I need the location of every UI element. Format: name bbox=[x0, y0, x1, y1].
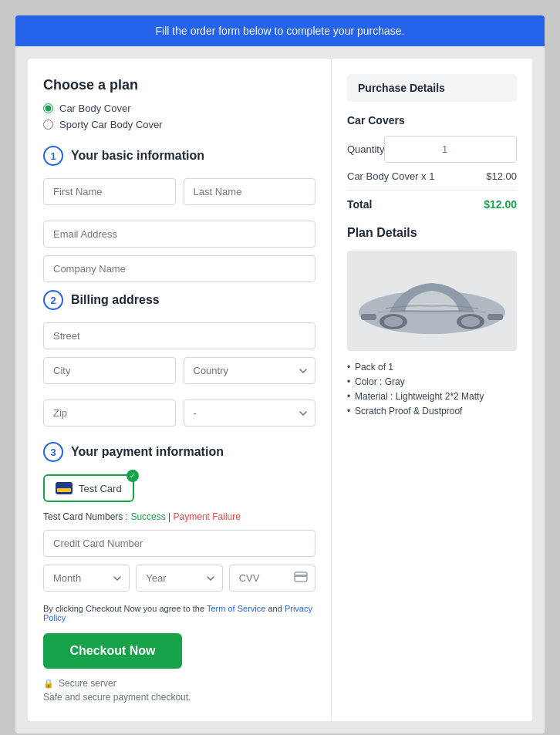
year-select[interactable]: Year bbox=[136, 565, 222, 592]
test-card-option[interactable]: Test Card ✓ bbox=[43, 474, 134, 502]
secure-label: Secure server bbox=[59, 678, 116, 689]
purchase-details-header: Purchase Details bbox=[347, 74, 517, 102]
credit-card-group bbox=[43, 530, 315, 557]
svg-point-8 bbox=[461, 316, 480, 327]
step2-title: Billing address bbox=[71, 293, 160, 307]
feature-item: Color : Gray bbox=[347, 376, 517, 387]
plan-option-label-2: Sporty Car Body Cover bbox=[59, 119, 163, 130]
city-group bbox=[43, 357, 176, 384]
card-icon bbox=[56, 482, 73, 494]
street-input[interactable] bbox=[43, 322, 315, 349]
item-name: Car Body Cover x 1 bbox=[347, 170, 434, 182]
step3-title: Your payment information bbox=[71, 445, 224, 459]
zip-input[interactable] bbox=[43, 400, 176, 427]
feature-item: Pack of 1 bbox=[347, 362, 517, 373]
plan-radio-sporty[interactable] bbox=[43, 120, 53, 130]
feature-item: Scratch Proof & Dustproof bbox=[347, 406, 517, 416]
car-covers-title: Car Covers bbox=[347, 114, 517, 126]
test-card-info: Test Card Numbers : Success | Payment Fa… bbox=[43, 511, 315, 522]
lock-icon: 🔒 bbox=[43, 679, 54, 689]
tos-link[interactable]: Term of Service bbox=[207, 604, 265, 613]
plan-features: Pack of 1Color : GrayMaterial : Lightwei… bbox=[347, 362, 517, 416]
step2-circle: 2 bbox=[43, 290, 63, 310]
plan-details-title: Plan Details bbox=[347, 226, 517, 240]
terms-before: By clicking Checkout Now you agree to th… bbox=[43, 604, 207, 613]
plan-option-car-body[interactable]: Car Body Cover bbox=[43, 103, 315, 114]
svg-rect-1 bbox=[295, 575, 307, 577]
quantity-input[interactable] bbox=[384, 136, 517, 163]
step2-header: 2 Billing address bbox=[43, 290, 315, 310]
step3-circle: 3 bbox=[43, 442, 63, 462]
failure-link[interactable]: Payment Failure bbox=[174, 511, 241, 522]
safe-text: Safe and secure payment checkout. bbox=[43, 692, 315, 703]
choose-plan-section: Choose a plan Car Body Cover Sporty Car … bbox=[43, 77, 315, 130]
item-row: Car Body Cover x 1 $12.00 bbox=[347, 170, 517, 190]
step1-circle: 1 bbox=[43, 146, 63, 166]
cvv-group bbox=[229, 565, 315, 592]
company-group bbox=[43, 255, 315, 282]
total-price: $12.00 bbox=[484, 198, 517, 211]
secure-info: 🔒 Secure server bbox=[43, 678, 315, 689]
state-select[interactable]: - bbox=[184, 400, 316, 427]
step1-title: Your basic information bbox=[71, 149, 204, 163]
main-content: Choose a plan Car Body Cover Sporty Car … bbox=[28, 59, 532, 721]
city-country-row: Country bbox=[43, 357, 315, 392]
top-banner: Fill the order form below to complete yo… bbox=[15, 15, 545, 46]
last-name-group bbox=[184, 178, 316, 205]
svg-point-6 bbox=[384, 316, 403, 327]
terms-text: By clicking Checkout Now you agree to th… bbox=[43, 604, 315, 622]
month-select[interactable]: Month bbox=[43, 565, 130, 592]
car-image bbox=[347, 251, 517, 351]
first-name-input[interactable] bbox=[43, 178, 176, 205]
checkout-button[interactable]: Checkout Now bbox=[43, 633, 182, 669]
state-group: - bbox=[184, 400, 316, 427]
choose-plan-title: Choose a plan bbox=[43, 77, 315, 93]
quantity-label: Quantity bbox=[347, 143, 384, 155]
plan-radio-group: Car Body Cover Sporty Car Body Cover bbox=[43, 103, 315, 130]
test-card-text: Test Card Numbers : bbox=[43, 511, 128, 522]
plan-radio-car-body[interactable] bbox=[43, 103, 53, 113]
email-group bbox=[43, 221, 315, 248]
cvv-card-icon bbox=[294, 571, 308, 585]
card-details-row: Month Year bbox=[43, 565, 315, 592]
city-input[interactable] bbox=[43, 357, 176, 384]
svg-rect-3 bbox=[361, 314, 376, 320]
first-name-group bbox=[43, 178, 176, 205]
street-group bbox=[43, 322, 315, 349]
company-input[interactable] bbox=[43, 255, 315, 282]
banner-text: Fill the order form below to complete yo… bbox=[156, 25, 405, 37]
country-select[interactable]: Country bbox=[184, 357, 316, 384]
car-covers-section: Car Covers Quantity Car Body Cover x 1 $… bbox=[347, 114, 517, 211]
email-input[interactable] bbox=[43, 221, 315, 248]
plan-option-label-1: Car Body Cover bbox=[59, 103, 130, 114]
country-group: Country bbox=[184, 357, 316, 384]
page-wrapper: Fill the order form below to complete yo… bbox=[15, 15, 545, 733]
right-panel: Purchase Details Car Covers Quantity Car… bbox=[332, 59, 532, 721]
name-row bbox=[43, 178, 315, 213]
step3-section: 3 Your payment information Test Card ✓ T… bbox=[43, 442, 315, 592]
year-group: Year bbox=[136, 565, 222, 592]
credit-card-input[interactable] bbox=[43, 530, 315, 557]
quantity-row: Quantity bbox=[347, 136, 517, 163]
svg-rect-4 bbox=[487, 314, 503, 320]
plan-option-sporty[interactable]: Sporty Car Body Cover bbox=[43, 119, 315, 130]
total-label: Total bbox=[347, 198, 372, 211]
feature-item: Material : Lightweight 2*2 Matty bbox=[347, 391, 517, 402]
left-panel: Choose a plan Car Body Cover Sporty Car … bbox=[28, 59, 332, 721]
zip-group bbox=[43, 400, 176, 427]
item-price: $12.00 bbox=[486, 170, 517, 182]
terms-between: and bbox=[268, 604, 284, 613]
step3-header: 3 Your payment information bbox=[43, 442, 315, 462]
step1-header: 1 Your basic information bbox=[43, 146, 315, 166]
month-group: Month bbox=[43, 565, 130, 592]
card-label: Test Card bbox=[79, 483, 122, 494]
last-name-input[interactable] bbox=[184, 178, 316, 205]
zip-state-row: - bbox=[43, 400, 315, 434]
success-link[interactable]: Success bbox=[130, 511, 165, 522]
card-selected-badge: ✓ bbox=[127, 470, 139, 482]
total-row: Total $12.00 bbox=[347, 198, 517, 211]
